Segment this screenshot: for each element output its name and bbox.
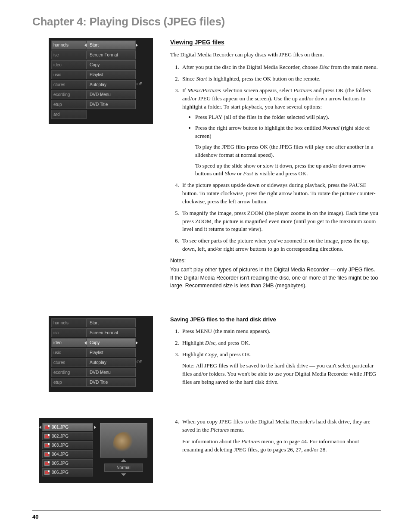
menu-right-item: Screen Format (87, 50, 136, 59)
step-item: To see other parts of the picture when y… (181, 237, 381, 253)
bullet-item: Press PLAY (all of the files in the fold… (195, 113, 381, 121)
menu-right-item: Playlist (87, 70, 136, 79)
footer-rule (32, 510, 381, 510)
menu-left-item: etup (51, 378, 87, 387)
picture-icon (44, 470, 50, 475)
picture-icon (44, 461, 50, 466)
menu-right-item: Playlist (87, 348, 136, 357)
menu-right-item: Copy (87, 60, 136, 69)
menu-right-item: DVD Menu (87, 90, 136, 99)
menu-left-item: ctures (51, 358, 87, 367)
arrow-up-icon (121, 459, 126, 462)
intro-text: The Digital Media Recorder can play disc… (170, 51, 381, 59)
menu-left-item: usic (51, 348, 87, 357)
menu-left-item: ard (51, 110, 87, 119)
page-number: 40 (32, 513, 38, 520)
file-item: 001.JPG (42, 423, 93, 431)
step-item: If Music/Pictures selection screen appea… (181, 87, 381, 178)
picture-icon (44, 434, 50, 439)
picture-icon (44, 443, 50, 448)
file-browser-screenshot: 001.JPG 002.JPG 003.JPG 004.JPG 005.JPG … (39, 418, 153, 483)
menu-right-item: DVD Title (87, 100, 136, 109)
steps-list: When you copy JPEG files to the Digital … (170, 418, 381, 454)
autoplay-value: Off (136, 80, 150, 89)
menu-left-item: etup (51, 100, 87, 109)
preview-image (100, 423, 147, 457)
step-item: Since Start is highlighted, press the OK… (181, 75, 381, 83)
menu-right-item: Start (87, 318, 136, 327)
menu-left-item: ideo (51, 338, 87, 347)
menu-left-item: ctures (51, 80, 87, 89)
menu-right-item: Autoplay (87, 358, 136, 367)
menu-right-item: Screen Format (87, 328, 136, 337)
note-text: Note: All JPEG files will be saved to th… (182, 362, 381, 386)
menu-left-item: isc (51, 50, 87, 59)
autoplay-value: Off (136, 358, 150, 367)
step-item: After you put the disc in the Digital Me… (181, 63, 381, 72)
step-item: When you copy JPEG files to the Digital … (181, 418, 381, 454)
arrow-down-icon (121, 473, 126, 476)
menu-right-item: DVD Title (87, 378, 136, 387)
note-text: You can't play other types of pictures i… (170, 266, 381, 274)
file-item: 003.JPG (42, 441, 93, 449)
section-heading-viewing: Viewing JPEG files (170, 38, 381, 47)
playback-mode: Normal (104, 464, 143, 472)
menu-left-item: ideo (51, 60, 87, 69)
step-item: Highlight Disc, and press OK. (181, 339, 381, 347)
menu-left-item: ecording (51, 368, 87, 377)
file-item: 004.JPG (42, 450, 93, 458)
menu-left-item: hannels (51, 318, 87, 327)
notes-heading: Notes: (170, 257, 381, 265)
file-item: 005.JPG (42, 459, 93, 467)
section-heading-saving: Saving JPEG files to the hard disk drive (170, 316, 381, 324)
steps-list: After you put the disc in the Digital Me… (170, 63, 381, 253)
menu-left-item: ecording (51, 90, 87, 99)
menu-screenshot-start: hannelsStart iscScreen Format ideoCopy u… (49, 38, 153, 124)
menu-left-item: usic (51, 70, 87, 79)
bullet-item: Press the right arrow button to highligh… (195, 124, 381, 178)
menu-left-item: isc (51, 328, 87, 337)
file-item: 002.JPG (42, 432, 93, 440)
step-item: If the picture appears upside down or si… (181, 181, 381, 206)
notes-block: Notes: You can't play other types of pic… (170, 257, 381, 290)
file-item: 006.JPG (42, 468, 93, 476)
note-text: If the Digital Media Recorder isn't read… (170, 274, 381, 290)
picture-icon (44, 425, 50, 429)
steps-list: Press MENU (the main menu appears). High… (170, 327, 381, 386)
menu-right-item: Copy (87, 338, 136, 347)
info-text: For information about the Pictures menu,… (182, 438, 381, 454)
bullet-subpara: To play the JPEG files press OK (the JPE… (195, 143, 381, 159)
menu-right-item: Start (87, 40, 136, 50)
step-item: Press MENU (the main menu appears). (181, 327, 381, 336)
chapter-title: Chapter 4: Playing Discs (JPEG files) (32, 15, 381, 28)
menu-screenshot-copy: hannelsStart iscScreen Format ideoCopy u… (49, 316, 153, 392)
step-item: To magnify the image, press ZOOM (the pl… (181, 209, 381, 234)
step-item: Highlight Copy, and press OK. Note: All … (181, 351, 381, 386)
menu-right-item: Autoplay (87, 80, 136, 89)
menu-right-item: DVD Menu (87, 368, 136, 377)
bullet-subpara: To speed up the slide show or slow it do… (195, 162, 381, 178)
picture-icon (44, 452, 50, 457)
menu-left-item: hannels (51, 40, 87, 50)
